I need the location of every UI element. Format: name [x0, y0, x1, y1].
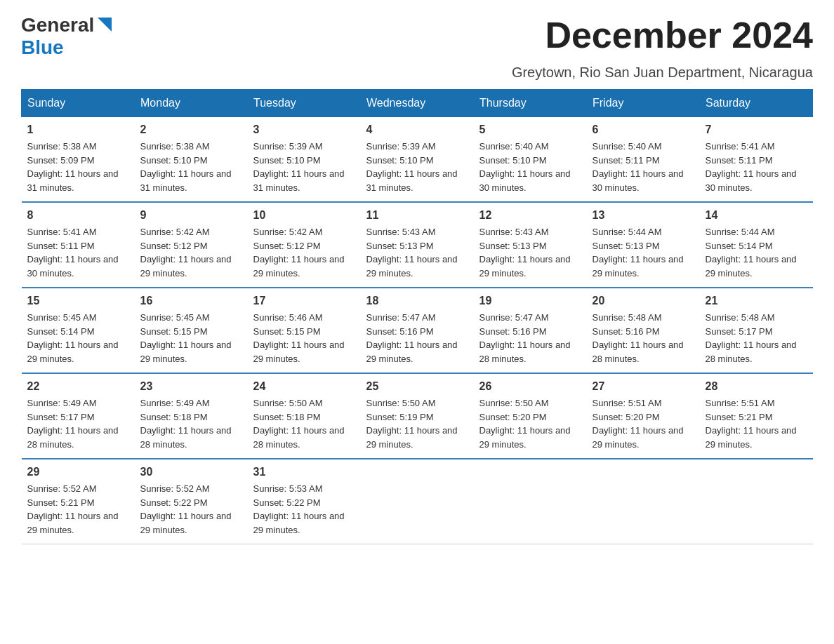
sunset-label: Sunset: 5:19 PM [366, 412, 434, 422]
daylight-label: Daylight: 11 hours and 31 minutes. [366, 168, 458, 193]
calendar-cell: 14Sunrise: 5:44 AMSunset: 5:14 PMDayligh… [700, 202, 813, 288]
calendar-cell: 16Sunrise: 5:45 AMSunset: 5:15 PMDayligh… [135, 288, 248, 373]
calendar-cell: 5Sunrise: 5:40 AMSunset: 5:10 PMDaylight… [474, 117, 587, 203]
sunset-label: Sunset: 5:22 PM [253, 497, 321, 508]
sunset-label: Sunset: 5:13 PM [593, 241, 660, 251]
day-number: 22 [27, 378, 129, 395]
day-number: 7 [706, 121, 807, 138]
daylight-label: Daylight: 11 hours and 29 minutes. [27, 340, 119, 364]
daylight-label: Daylight: 11 hours and 29 minutes. [140, 340, 232, 364]
sunset-label: Sunset: 5:21 PM [27, 497, 95, 508]
calendar-cell: 8Sunrise: 5:41 AMSunset: 5:11 PMDaylight… [22, 202, 135, 288]
sunrise-label: Sunrise: 5:41 AM [706, 141, 775, 152]
calendar-cell: 4Sunrise: 5:39 AMSunset: 5:10 PMDaylight… [361, 117, 474, 203]
sunrise-label: Sunrise: 5:45 AM [27, 312, 97, 323]
page-header: General Blue December 2024 [21, 14, 813, 59]
logo-triangle-icon [96, 18, 112, 33]
sunset-label: Sunset: 5:14 PM [706, 241, 773, 251]
sunrise-label: Sunrise: 5:42 AM [253, 227, 323, 237]
daylight-label: Daylight: 11 hours and 28 minutes. [27, 425, 119, 450]
day-number: 12 [479, 207, 581, 224]
daylight-label: Daylight: 11 hours and 29 minutes. [706, 254, 797, 279]
sunset-label: Sunset: 5:09 PM [27, 155, 95, 166]
sunset-label: Sunset: 5:16 PM [479, 326, 547, 337]
calendar-cell: 12Sunrise: 5:43 AMSunset: 5:13 PMDayligh… [474, 202, 587, 288]
daylight-label: Daylight: 11 hours and 31 minutes. [140, 168, 232, 193]
day-number: 10 [253, 207, 355, 224]
sunrise-label: Sunrise: 5:51 AM [706, 398, 775, 408]
calendar-cell: 22Sunrise: 5:49 AMSunset: 5:17 PMDayligh… [22, 373, 135, 459]
sunrise-label: Sunrise: 5:40 AM [479, 141, 549, 152]
daylight-label: Daylight: 11 hours and 29 minutes. [253, 254, 345, 279]
sunrise-label: Sunrise: 5:52 AM [140, 483, 210, 494]
daylight-label: Daylight: 11 hours and 29 minutes. [479, 254, 571, 279]
sunrise-label: Sunrise: 5:51 AM [593, 398, 662, 408]
logo-blue: Blue [21, 36, 64, 58]
sunrise-label: Sunrise: 5:53 AM [253, 483, 323, 494]
daylight-label: Daylight: 11 hours and 29 minutes. [479, 425, 571, 450]
daylight-label: Daylight: 11 hours and 30 minutes. [706, 168, 797, 193]
daylight-label: Daylight: 11 hours and 29 minutes. [593, 425, 684, 450]
day-number: 13 [593, 207, 694, 224]
day-number: 11 [366, 207, 468, 224]
sunrise-label: Sunrise: 5:39 AM [253, 141, 323, 152]
sunset-label: Sunset: 5:14 PM [27, 326, 95, 337]
daylight-label: Daylight: 11 hours and 29 minutes. [366, 340, 458, 364]
title-block: December 2024 [545, 14, 813, 56]
sunrise-label: Sunrise: 5:49 AM [140, 398, 210, 408]
sunset-label: Sunset: 5:13 PM [479, 241, 547, 251]
calendar-cell: 9Sunrise: 5:42 AMSunset: 5:12 PMDaylight… [135, 202, 248, 288]
svg-marker-0 [98, 18, 112, 32]
daylight-label: Daylight: 11 hours and 28 minutes. [140, 425, 232, 450]
calendar-cell: 29Sunrise: 5:52 AMSunset: 5:21 PMDayligh… [22, 459, 135, 544]
day-number: 3 [253, 121, 355, 138]
col-header-tuesday: Tuesday [248, 90, 361, 117]
day-number: 31 [253, 464, 355, 481]
sunset-label: Sunset: 5:10 PM [479, 155, 547, 166]
col-header-saturday: Saturday [700, 90, 813, 117]
calendar-week-2: 8Sunrise: 5:41 AMSunset: 5:11 PMDaylight… [22, 202, 813, 288]
sunset-label: Sunset: 5:20 PM [479, 412, 547, 422]
daylight-label: Daylight: 11 hours and 29 minutes. [140, 254, 232, 279]
sunset-label: Sunset: 5:15 PM [140, 326, 208, 337]
sunset-label: Sunset: 5:22 PM [140, 497, 208, 508]
calendar-cell: 18Sunrise: 5:47 AMSunset: 5:16 PMDayligh… [361, 288, 474, 373]
sunrise-label: Sunrise: 5:38 AM [27, 141, 97, 152]
daylight-label: Daylight: 11 hours and 28 minutes. [706, 340, 797, 364]
calendar-cell: 11Sunrise: 5:43 AMSunset: 5:13 PMDayligh… [361, 202, 474, 288]
day-number: 25 [366, 378, 468, 395]
calendar-cell: 20Sunrise: 5:48 AMSunset: 5:16 PMDayligh… [587, 288, 700, 373]
sunset-label: Sunset: 5:18 PM [140, 412, 208, 422]
calendar-cell: 2Sunrise: 5:38 AMSunset: 5:10 PMDaylight… [135, 117, 248, 203]
logo-general: General [21, 14, 94, 36]
sunset-label: Sunset: 5:13 PM [366, 241, 434, 251]
calendar-cell: 26Sunrise: 5:50 AMSunset: 5:20 PMDayligh… [474, 373, 587, 459]
sunset-label: Sunset: 5:20 PM [593, 412, 660, 422]
month-title: December 2024 [545, 14, 813, 56]
sunset-label: Sunset: 5:16 PM [366, 326, 434, 337]
sunrise-label: Sunrise: 5:44 AM [706, 227, 775, 237]
day-number: 28 [706, 378, 807, 395]
sunset-label: Sunset: 5:21 PM [706, 412, 773, 422]
sunrise-label: Sunrise: 5:47 AM [479, 312, 549, 323]
daylight-label: Daylight: 11 hours and 29 minutes. [140, 511, 232, 535]
calendar-cell: 1Sunrise: 5:38 AMSunset: 5:09 PMDaylight… [22, 117, 135, 203]
sunrise-label: Sunrise: 5:48 AM [706, 312, 775, 323]
col-header-wednesday: Wednesday [361, 90, 474, 117]
day-number: 18 [366, 293, 468, 309]
calendar-cell [361, 459, 474, 544]
calendar-cell: 7Sunrise: 5:41 AMSunset: 5:11 PMDaylight… [700, 117, 813, 203]
sunset-label: Sunset: 5:11 PM [706, 155, 773, 166]
day-number: 21 [706, 293, 807, 309]
col-header-friday: Friday [587, 90, 700, 117]
day-number: 20 [593, 293, 694, 309]
daylight-label: Daylight: 11 hours and 29 minutes. [27, 511, 119, 535]
calendar-week-5: 29Sunrise: 5:52 AMSunset: 5:21 PMDayligh… [22, 459, 813, 544]
sunset-label: Sunset: 5:17 PM [27, 412, 95, 422]
logo: General Blue [21, 14, 112, 59]
calendar-cell: 15Sunrise: 5:45 AMSunset: 5:14 PMDayligh… [22, 288, 135, 373]
sunrise-label: Sunrise: 5:48 AM [593, 312, 662, 323]
daylight-label: Daylight: 11 hours and 30 minutes. [479, 168, 571, 193]
sunrise-label: Sunrise: 5:39 AM [366, 141, 436, 152]
daylight-label: Daylight: 11 hours and 28 minutes. [479, 340, 571, 364]
